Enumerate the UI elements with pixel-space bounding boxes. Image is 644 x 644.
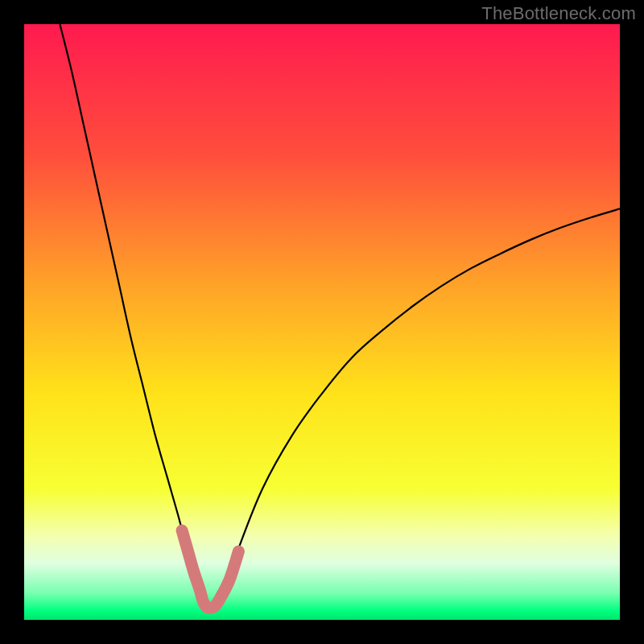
chart-frame — [24, 24, 620, 620]
gradient-background — [24, 24, 620, 620]
bottleneck-chart — [24, 24, 620, 620]
watermark-text: TheBottleneck.com — [481, 3, 636, 24]
